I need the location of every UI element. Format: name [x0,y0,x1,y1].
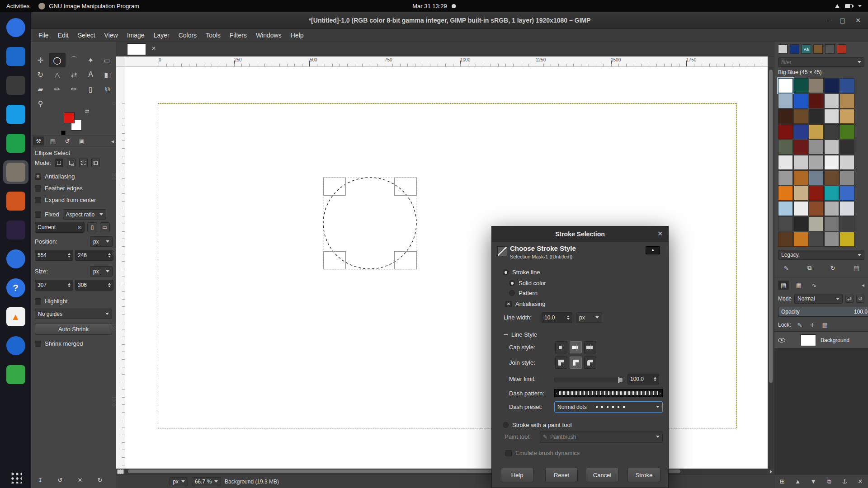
horizontal-ruler[interactable]: 02505007501000125015001750 [125,56,768,67]
dock-terminal-dark[interactable] [3,218,28,242]
lock-pixels-icon[interactable]: ✎ [796,320,804,329]
gradient-tool[interactable]: ▰ [32,82,49,96]
save-tool-preset-button[interactable]: ↧ [35,475,46,484]
pattern-cell[interactable] [809,94,824,108]
cancel-button[interactable]: Cancel [586,468,618,482]
dock-gimp[interactable] [3,160,28,184]
navigation-button[interactable] [768,469,774,474]
pattern-cell[interactable] [778,201,793,216]
vertical-scrollbar-thumb[interactable] [769,70,773,383]
dock-blue-sphere[interactable] [3,247,28,271]
paintbrush-tool[interactable]: ✑ [66,82,82,96]
dock-vlc[interactable]: ▲ [3,305,28,328]
spin-up-icon[interactable] [68,253,71,255]
pattern-cell[interactable] [778,155,793,170]
join-round-button[interactable] [570,357,582,369]
pattern-cell[interactable] [840,124,854,139]
ellipse-select-tool[interactable]: ◯ [49,53,66,67]
dash-pattern-editor[interactable]: ‹ › [554,389,663,397]
paths-tab[interactable]: ∿ [809,281,820,290]
guides-select[interactable]: No guides [35,309,112,319]
pattern-radio[interactable] [509,290,515,296]
dock-writer[interactable] [3,103,28,126]
quickmask-toggle[interactable] [117,469,124,474]
pattern-cell[interactable] [809,140,824,155]
delete-tool-preset-button[interactable]: ✕ [75,475,85,484]
spin-up-icon[interactable] [108,253,111,255]
spin-down-icon[interactable] [567,318,570,320]
eraser-tool[interactable]: ▯ [82,82,99,96]
line-width-input[interactable]: 10.0 [542,312,572,323]
spin-down-icon[interactable] [108,286,111,287]
dock-blue-ring[interactable] [3,334,28,357]
cap-square-button[interactable] [584,341,596,353]
opacity-slider[interactable]: Opacity 100.0 [778,307,868,317]
raise-layer-button[interactable]: ▲ [793,477,803,486]
position-x-input[interactable]: 554 [35,250,73,261]
size-width-input[interactable]: 307 [35,280,73,291]
images-tab[interactable]: ▣ [76,136,87,145]
image-tab-thumbnail[interactable] [127,43,146,55]
highlight-checkbox[interactable] [35,298,41,305]
mode-replace-button[interactable] [55,159,63,167]
scroll-left-icon[interactable]: ‹ [556,390,558,396]
zoom-select[interactable]: 66.7 % [192,477,221,486]
horizontal-scrollbar[interactable] [125,469,768,474]
pattern-cell[interactable] [824,124,839,139]
stroke-line-radio[interactable] [503,269,509,275]
pattern-cell[interactable] [778,170,793,185]
tag-select[interactable]: Legacy, [778,250,864,260]
canvas-viewport[interactable] [125,67,768,469]
shrink-merged-checkbox[interactable] [35,341,41,347]
duplicate-pattern-button[interactable]: ⧉ [804,263,815,272]
mode-switch-icon[interactable]: ⇄ [845,295,854,303]
pattern-cell[interactable] [809,124,824,139]
pattern-cell[interactable] [840,232,854,247]
tab-menu-icon[interactable]: ◂ [862,282,864,288]
clock-menu[interactable]: Mar 31 13:29 [412,3,456,9]
pattern-cell[interactable] [778,94,793,108]
mode-reset-icon[interactable]: ↺ [856,295,864,303]
position-unit-select[interactable]: px [90,236,113,247]
tab-menu-icon[interactable]: ◂ [111,138,114,145]
menu-help[interactable]: Help [286,30,308,41]
brushes-tab[interactable] [778,44,788,54]
pattern-cell[interactable] [809,155,824,170]
free-select-tool[interactable]: ⌒ [66,53,82,67]
paint-tool-select[interactable]: ✎ Paintbrush [540,431,663,443]
reset-tool-preset-button[interactable]: ↻ [94,475,105,484]
pattern-cell[interactable] [840,109,854,124]
scroll-right-icon[interactable]: › [659,390,661,396]
pattern-cell[interactable] [778,109,793,124]
filter-input[interactable] [781,59,856,66]
cap-round-button[interactable] [570,341,582,353]
foreground-color-swatch[interactable] [64,113,75,123]
mode-add-button[interactable] [67,159,75,167]
clone-tool[interactable]: ⧉ [99,82,116,96]
minimize-button[interactable]: – [826,17,830,24]
spin-up-icon[interactable] [567,315,570,317]
channels-tab[interactable]: ▦ [793,281,804,290]
pattern-cell[interactable] [840,140,854,155]
pattern-cell[interactable] [809,216,824,231]
pattern-cell[interactable] [824,232,839,247]
join-miter-button[interactable] [555,357,567,369]
pattern-cell[interactable] [793,124,808,139]
menu-layer[interactable]: Layer [149,30,174,41]
image-tab-close-icon[interactable]: ✕ [151,45,156,52]
vertical-scrollbar[interactable] [768,67,774,469]
pattern-cell[interactable] [840,170,854,185]
pattern-cell[interactable] [793,94,808,108]
new-layer-button[interactable]: ⊞ [777,477,788,486]
dialog-titlebar[interactable]: Stroke Selection ✕ [492,226,668,242]
open-pattern-button[interactable]: ▤ [851,263,862,272]
flip-tool[interactable]: ⇄ [66,67,82,82]
swap-colors-icon[interactable]: ⇄ [85,108,89,114]
document-history-tab[interactable] [837,44,846,54]
pattern-cell[interactable] [824,201,839,216]
menu-colors[interactable]: Colors [174,30,201,41]
move-tool[interactable]: ✛ [32,53,49,67]
dock-impress[interactable] [3,189,28,213]
pattern-cell[interactable] [840,216,854,231]
pattern-cell[interactable] [824,78,839,93]
